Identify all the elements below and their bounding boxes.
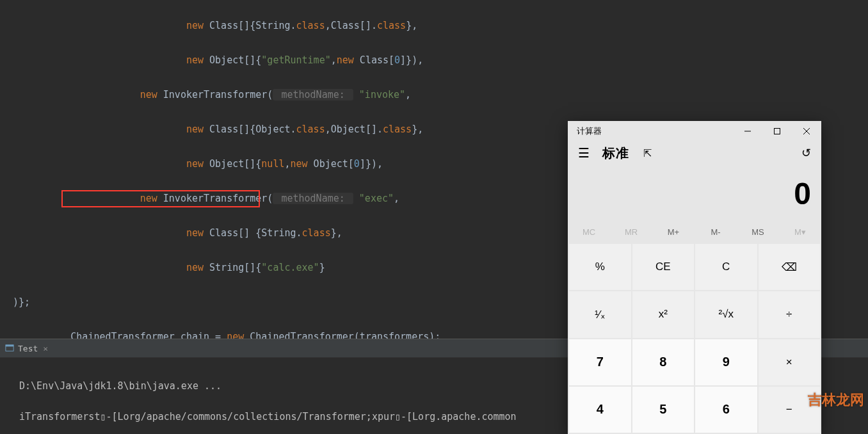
- calculator-header: ☰ 标准 ⇱ ↺: [568, 141, 821, 165]
- code-line: new InvokerTransformer( methodName: "inv…: [13, 86, 868, 104]
- calculator-title: 计算器: [568, 125, 733, 137]
- btn-4[interactable]: 4: [569, 387, 631, 433]
- mem-mlist[interactable]: M▾: [779, 222, 821, 243]
- btn-backspace[interactable]: ⌫: [759, 244, 821, 290]
- mem-ms[interactable]: MS: [737, 222, 779, 243]
- close-button[interactable]: [792, 121, 821, 141]
- btn-8[interactable]: 8: [632, 339, 695, 385]
- close-tab-icon[interactable]: ×: [43, 344, 48, 353]
- btn-percent[interactable]: %: [569, 244, 631, 290]
- console-tab-label[interactable]: Test: [18, 344, 38, 353]
- history-icon[interactable]: ↺: [801, 146, 816, 160]
- btn-minus[interactable]: −: [759, 387, 821, 433]
- code-line: new Object[]{"getRuntime",new Class[0]})…: [13, 52, 868, 69]
- btn-7[interactable]: 7: [569, 339, 631, 385]
- btn-reciprocal[interactable]: ¹⁄ₓ: [569, 291, 631, 337]
- calculator-window: 计算器 ☰ 标准 ⇱ ↺ 0 MC MR M+ M- MS M▾ % CE C …: [568, 121, 821, 434]
- btn-square[interactable]: x²: [632, 291, 695, 337]
- mem-mminus[interactable]: M-: [695, 222, 737, 243]
- btn-multiply[interactable]: ×: [759, 339, 821, 385]
- calculator-titlebar[interactable]: 计算器: [568, 121, 821, 141]
- btn-ce[interactable]: CE: [632, 244, 695, 290]
- mem-mplus[interactable]: M+: [652, 222, 695, 243]
- svg-rect-3: [775, 129, 780, 134]
- btn-divide[interactable]: ÷: [759, 291, 821, 337]
- btn-9[interactable]: 9: [695, 339, 757, 385]
- maximize-button[interactable]: [762, 121, 792, 141]
- code-line: new Class[]{String.class,Class[].class},: [13, 17, 868, 35]
- svg-rect-1: [6, 345, 13, 347]
- mem-mr[interactable]: MR: [610, 222, 652, 243]
- calculator-display: 0: [568, 165, 821, 222]
- calculator-mode: 标准: [602, 145, 629, 162]
- btn-sqrt[interactable]: ²√x: [695, 291, 757, 337]
- btn-6[interactable]: 6: [695, 387, 757, 433]
- run-tab-icon: [5, 344, 14, 353]
- minimize-button[interactable]: [733, 121, 762, 141]
- btn-c[interactable]: C: [695, 244, 757, 290]
- mem-mc[interactable]: MC: [568, 222, 610, 243]
- memory-row: MC MR M+ M- MS M▾: [568, 222, 821, 243]
- calculator-keypad: % CE C ⌫ ¹⁄ₓ x² ²√x ÷ 7 8 9 × 4 5 6 −: [568, 243, 821, 434]
- btn-5[interactable]: 5: [632, 387, 695, 433]
- keep-on-top-icon[interactable]: ⇱: [639, 147, 655, 159]
- menu-icon[interactable]: ☰: [575, 144, 592, 162]
